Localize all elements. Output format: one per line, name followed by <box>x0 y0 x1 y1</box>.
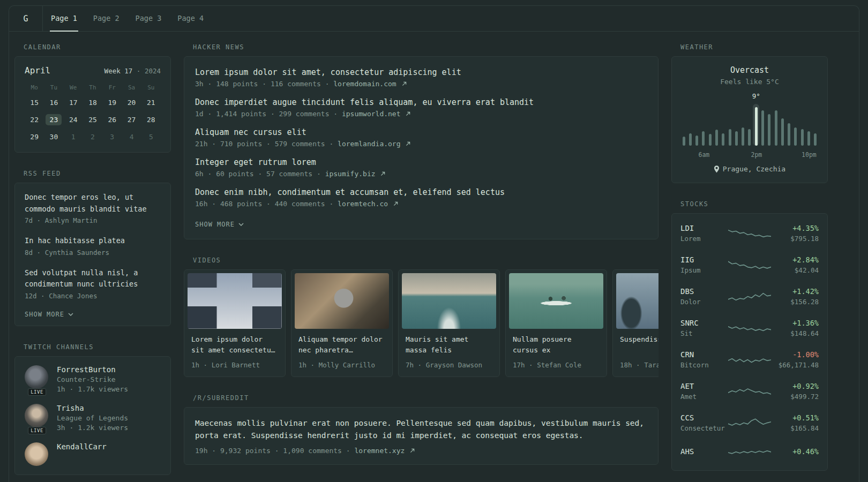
twitch-channel-row[interactable]: LIVE ForrestBurton Counter-Strike 1h · 1… <box>25 365 161 393</box>
video-title[interactable]: Mauris sit amet massa felis <box>406 334 492 356</box>
stock-price: $66,171.48 <box>771 361 819 369</box>
hn-item-domain-link[interactable]: loremtech.co <box>338 200 388 208</box>
hn-show-more-button[interactable]: SHOW MORE <box>195 221 647 228</box>
video-thumbnail[interactable] <box>509 273 603 329</box>
hn-item: Integer eget rutrum lorem 6h · 60 points… <box>195 157 647 178</box>
rss-item-title[interactable]: In hac habitasse platea <box>25 235 161 247</box>
external-link-icon <box>393 201 398 206</box>
stock-values: +0.46% <box>771 447 819 458</box>
stock-change: +1.36% <box>771 319 819 327</box>
video-thumbnail[interactable] <box>295 273 389 329</box>
hn-item-title[interactable]: Donec imperdiet augue tincidunt felis al… <box>195 97 647 107</box>
calendar-day: 25 <box>83 114 102 125</box>
hn-item-meta-text: 3h · 148 points · 116 comments · <box>195 80 329 88</box>
stock-name: Lorem <box>680 235 728 243</box>
hacker-news-card: Lorem ipsum dolor sit amet, consectetur … <box>184 56 659 239</box>
rss-item-title[interactable]: Sed volutpat nulla nisl, a condimentum n… <box>25 267 161 290</box>
calendar-day-name: We <box>64 84 83 91</box>
twitch-channel-name[interactable]: ForrestBurton <box>57 365 128 374</box>
stock-change: +0.92% <box>771 382 819 390</box>
external-link-icon <box>406 111 410 116</box>
stock-row[interactable]: CRN Bitcorn -1.00% $66,171.48 <box>680 344 819 375</box>
stock-name: Sit <box>680 329 728 337</box>
weather-bar <box>779 104 785 146</box>
video-card: Nullam posuere cursus ex 17h · Stefan Co… <box>505 269 607 377</box>
weather-bar <box>713 104 720 146</box>
twitch-channel-name[interactable]: Trisha <box>57 404 128 412</box>
rss-header: RSS FEED <box>24 170 171 177</box>
video-card: Mauris sit amet massa felis 7h · Grayson… <box>398 269 500 377</box>
avatar[interactable] <box>25 442 48 466</box>
twitch-channel-row[interactable]: LIVE Trisha League of Legends 3h · 1.2k … <box>25 404 161 432</box>
rss-widget: RSS FEED Donec tempor eros leo, ut commo… <box>14 170 171 326</box>
stock-row[interactable]: IIG Ipsum +2.84% $42.04 <box>680 249 819 281</box>
hn-item-title[interactable]: Aliquam nec cursus elit <box>195 127 647 137</box>
stock-values: +4.35% $795.18 <box>771 224 819 243</box>
tab-page-4[interactable]: Page 4 <box>176 6 205 32</box>
stocks-header: STOCKS <box>680 200 828 208</box>
tab-page-2[interactable]: Page 2 <box>92 6 121 32</box>
stock-id: DBS Dolor <box>680 287 728 306</box>
video-thumbnail[interactable] <box>616 273 659 329</box>
video-title[interactable]: Suspendisse diam <box>620 334 659 356</box>
stock-row[interactable]: CCS Consectetur +0.51% $165.84 <box>680 407 819 439</box>
hn-item-meta: 6h · 60 points · 57 comments · ipsumify.… <box>195 170 647 178</box>
avatar[interactable] <box>25 365 48 389</box>
hacker-news-header: HACKER NEWS <box>193 43 659 51</box>
twitch-channel-row[interactable]: KendallCarr <box>25 442 161 466</box>
stock-change: +2.84% <box>771 255 819 264</box>
app-logo[interactable]: G <box>9 6 42 31</box>
stock-symbol: SNRC <box>680 319 728 327</box>
weather-widget: WEATHER Overcast Feels like 5°C 9° 6am 2… <box>671 43 828 183</box>
twitch-card: LIVE ForrestBurton Counter-Strike 1h · 1… <box>14 356 171 475</box>
tab-page-1[interactable]: Page 1 <box>50 6 78 32</box>
subreddit-post-title[interactable]: Maecenas mollis pulvinar erat non posuer… <box>195 417 647 442</box>
stock-price: $795.18 <box>771 235 819 243</box>
stock-values: +0.92% $499.72 <box>771 382 819 401</box>
twitch-channel-name[interactable]: KendallCarr <box>57 442 107 451</box>
subreddit-domain-link[interactable]: loremnet.xyz <box>354 447 405 455</box>
video-title[interactable]: Nullam posuere cursus ex <box>513 334 600 356</box>
weather-bar <box>707 104 713 146</box>
hn-item-meta: 16h · 468 points · 440 comments · loremt… <box>195 200 647 208</box>
stock-change: +4.35% <box>771 224 819 232</box>
video-title[interactable]: Lorem ipsum dolor sit amet consectetu… <box>191 334 278 356</box>
twitch-channel-meta: 1h · 1.7k viewers <box>57 385 128 393</box>
hn-item-title[interactable]: Integer eget rutrum lorem <box>195 157 647 167</box>
weather-temp-label: 9° <box>752 92 760 100</box>
stock-row[interactable]: DBS Dolor +1.42% $156.28 <box>680 281 819 312</box>
stock-id: SNRC Sit <box>680 319 728 337</box>
stock-row[interactable]: AET Amet +0.92% $499.72 <box>680 375 819 407</box>
hn-item-title[interactable]: Donec enim nibh, condimentum et accumsan… <box>195 187 647 197</box>
video-thumbnail[interactable] <box>402 273 496 329</box>
hn-item-domain-link[interactable]: loremdomain.com <box>333 80 396 88</box>
twitch-channel-meta: 3h · 1.2k viewers <box>57 424 128 432</box>
dashboard-frame: G Page 1 Page 2 Page 3 Page 4 CALENDAR A… <box>9 5 859 482</box>
stock-sparkline <box>728 258 771 273</box>
stock-row[interactable]: SNRC Sit +1.36% $148.64 <box>680 312 819 344</box>
weather-chart: 9° 6am 2pm 10pm <box>680 91 819 159</box>
hn-item-meta: 1d · 1,414 points · 299 comments · ipsum… <box>195 110 647 118</box>
weather-feels-like: Feels like 5°C <box>680 78 819 86</box>
video-title[interactable]: Aliquam tempor dolor nec pharetra… <box>298 334 385 356</box>
weather-bar <box>700 104 707 146</box>
hn-item-domain-link[interactable]: ipsumworld.net <box>342 110 401 118</box>
video-meta: 17h · Stefan Cole <box>513 361 600 369</box>
avatar[interactable] <box>25 404 48 427</box>
rss-show-more-button[interactable]: SHOW MORE <box>25 311 161 318</box>
weather-bar <box>720 104 727 146</box>
top-nav: G Page 1 Page 2 Page 3 Page 4 <box>9 6 859 32</box>
stock-symbol: CRN <box>680 350 728 359</box>
stock-sparkline <box>728 352 771 367</box>
stock-row[interactable]: AHS +0.46% <box>680 439 819 466</box>
hn-item-domain-link[interactable]: ipsumify.biz <box>325 170 376 178</box>
rss-item-title[interactable]: Donec tempor eros leo, ut commodo mauris… <box>25 192 161 215</box>
external-link-icon <box>402 81 407 86</box>
hn-item-domain-link[interactable]: loremlandia.org <box>338 140 400 148</box>
rss-show-more-label: SHOW MORE <box>25 311 64 318</box>
stock-row[interactable]: LDI Lorem +4.35% $795.18 <box>680 217 819 249</box>
video-thumbnail[interactable] <box>188 273 282 329</box>
weather-time-label: 10pm <box>802 151 817 159</box>
hn-item-title[interactable]: Lorem ipsum dolor sit amet, consectetur … <box>195 67 647 77</box>
tab-page-3[interactable]: Page 3 <box>134 6 163 32</box>
